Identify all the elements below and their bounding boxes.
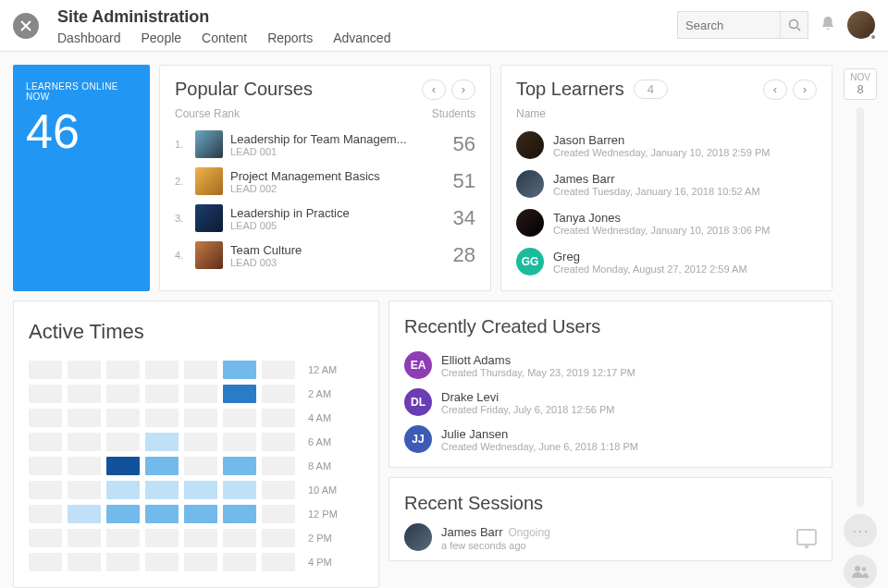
top-learners-count: 4: [634, 80, 668, 99]
tab-people[interactable]: People: [142, 31, 182, 51]
learner-row[interactable]: James Barr Created Tuesday, January 16, …: [516, 165, 817, 203]
close-button[interactable]: [13, 13, 39, 39]
user-row[interactable]: JJ Julie Jansen Created Wednesday, June …: [404, 421, 817, 458]
heatmap-cell: [262, 529, 295, 547]
heatmap-cell: [68, 385, 101, 403]
course-students: 56: [448, 132, 475, 156]
user-meta: Created Thursday, May 23, 2019 12:17 PM: [441, 367, 635, 378]
learner-avatar-icon: [516, 131, 544, 159]
popular-prev-button[interactable]: ‹: [422, 80, 446, 100]
heatmap-cell: [223, 457, 256, 475]
heatmap-cell: [68, 505, 101, 523]
heatmap-cell: [223, 385, 256, 403]
heatmap-cell: [106, 409, 140, 427]
learners-online-label: LEARNERS ONLINE NOW: [26, 81, 137, 102]
chevron-right-icon: ›: [803, 82, 807, 96]
status-dot-icon: [870, 33, 877, 41]
course-code: LEAD 001: [230, 146, 440, 157]
learner-name: Jason Barren: [553, 133, 770, 147]
user-row[interactable]: EA Elliott Adams Created Thursday, May 2…: [404, 347, 817, 384]
col-name: Name: [516, 107, 546, 120]
learner-meta: Created Tuesday, January 16, 2018 10:52 …: [553, 186, 760, 197]
course-row[interactable]: 3. Leadership in Practice LEAD 005 34: [175, 200, 475, 237]
heatmap-cell: [29, 505, 62, 523]
search-box: [677, 11, 808, 39]
heatmap-cell: [29, 457, 62, 475]
course-rank: 3.: [175, 213, 188, 224]
learner-row[interactable]: GG Greg Created Monday, August 27, 2012 …: [516, 242, 817, 281]
heatmap-cell: [145, 361, 179, 379]
user-meta: Created Wednesday, June 6, 2018 1:18 PM: [441, 441, 638, 452]
heatmap-cell: [184, 553, 217, 571]
heatmap-cell: [262, 553, 295, 571]
search-button[interactable]: [780, 12, 808, 38]
tab-dashboard[interactable]: Dashboard: [57, 31, 121, 51]
close-icon: [20, 20, 31, 31]
top-bar: Site Administration Dashboard People Con…: [0, 0, 888, 52]
search-input[interactable]: [678, 12, 780, 38]
chevron-left-icon: ‹: [432, 82, 436, 96]
heatmap-row: 4 PM: [29, 553, 364, 571]
rail-people-button[interactable]: [844, 555, 877, 588]
heatmap-cell: [223, 361, 256, 379]
heatmap-row-label: 6 AM: [308, 436, 331, 447]
heatmap-cell: [106, 361, 140, 379]
ellipsis-icon: ⋯: [852, 521, 869, 541]
course-row[interactable]: 2. Project Management Basics LEAD 002 51: [175, 163, 475, 200]
heatmap-cell: [29, 385, 62, 403]
tab-content[interactable]: Content: [202, 31, 247, 51]
heatmap-cell: [262, 385, 295, 403]
heatmap-row: 2 PM: [29, 529, 364, 547]
tab-reports[interactable]: Reports: [267, 31, 313, 51]
heatmap-cell: [145, 553, 179, 571]
heatmap-cell: [145, 433, 179, 451]
rail-scrollbar[interactable]: [857, 107, 864, 507]
course-name: Leadership for Team Managem...: [230, 132, 440, 146]
tab-advanced[interactable]: Advanced: [333, 31, 390, 51]
learner-meta: Created Wednesday, January 10, 2018 3:06…: [553, 225, 770, 236]
profile-avatar[interactable]: [847, 11, 875, 39]
session-row[interactable]: James BarrOngoing a few seconds ago: [404, 523, 817, 551]
heatmap-cell: [184, 457, 217, 475]
heatmap-cell: [145, 481, 179, 499]
popular-courses-card: Popular Courses ‹ › Course Rank Students…: [159, 65, 491, 291]
course-rank: 4.: [175, 250, 188, 261]
heatmap-row-label: 4 PM: [308, 557, 332, 568]
user-row[interactable]: DL Drake Levi Created Friday, July 6, 20…: [404, 384, 817, 421]
heatmap-cell: [29, 361, 62, 379]
learner-row[interactable]: Jason Barren Created Wednesday, January …: [516, 126, 817, 165]
session-name: James Barr: [441, 525, 502, 539]
heatmap-cell: [184, 409, 217, 427]
recent-users-card: Recently Created Users EA Elliott Adams …: [388, 300, 832, 468]
learner-row[interactable]: Tanya Jones Created Wednesday, January 1…: [516, 203, 817, 242]
rail-more-button[interactable]: ⋯: [844, 514, 877, 547]
heatmap-cell: [262, 409, 295, 427]
heatmap-cell: [223, 409, 256, 427]
toplearners-next-button[interactable]: ›: [793, 80, 817, 100]
notifications-button[interactable]: [820, 15, 836, 36]
device-icon: [796, 529, 817, 545]
date-pill[interactable]: NOV 8: [844, 68, 877, 100]
user-name: Elliott Adams: [441, 353, 635, 367]
heatmap-cell: [184, 361, 217, 379]
svg-point-2: [862, 567, 867, 571]
heatmap-cell: [262, 481, 295, 499]
col-students: Students: [432, 107, 475, 120]
heatmap-cell: [223, 481, 256, 499]
toplearners-prev-button[interactable]: ‹: [763, 80, 787, 100]
user-avatar-icon: JJ: [404, 425, 432, 453]
user-avatar-icon: DL: [404, 388, 432, 416]
heatmap-row: 12 AM: [29, 361, 364, 379]
learner-avatar-icon: [516, 209, 544, 237]
course-row[interactable]: 4. Team Culture LEAD 003 28: [175, 237, 475, 274]
course-code: LEAD 003: [230, 257, 440, 268]
popular-next-button[interactable]: ›: [451, 80, 475, 100]
course-row[interactable]: 1. Leadership for Team Managem... LEAD 0…: [175, 126, 475, 163]
user-name: Drake Levi: [441, 390, 615, 404]
recent-sessions-card: Recent Sessions James BarrOngoing a few …: [388, 477, 832, 561]
course-students: 28: [448, 243, 475, 267]
bell-icon: [820, 15, 836, 31]
heatmap-row-label: 2 AM: [308, 388, 331, 399]
learner-meta: Created Monday, August 27, 2012 2:59 AM: [553, 263, 747, 275]
recent-users-title: Recently Created Users: [404, 316, 817, 337]
